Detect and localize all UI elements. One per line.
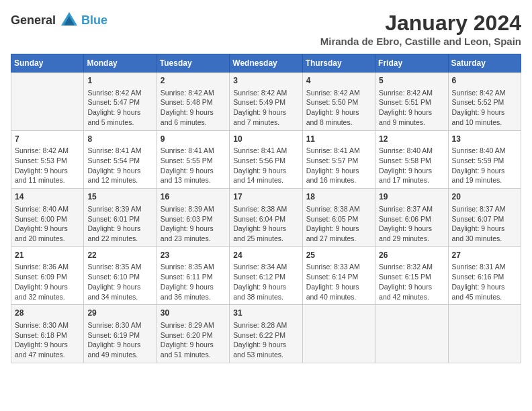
calendar-cell: 1Sunrise: 8:42 AMSunset: 5:47 PMDaylight… <box>84 73 157 131</box>
calendar-cell: 18Sunrise: 8:38 AMSunset: 6:05 PMDayligh… <box>302 189 375 247</box>
cell-text: Sunset: 5:58 PM <box>379 156 444 166</box>
calendar-cell: 23Sunrise: 8:35 AMSunset: 6:11 PMDayligh… <box>157 246 229 305</box>
day-number: 14 <box>15 191 80 203</box>
cell-text: Sunrise: 8:42 AM <box>306 88 371 98</box>
day-number: 8 <box>87 134 152 145</box>
cell-text: Sunset: 6:20 PM <box>161 330 226 340</box>
cell-text: Sunset: 6:19 PM <box>87 330 152 340</box>
calendar-cell: 16Sunrise: 8:39 AMSunset: 6:03 PMDayligh… <box>157 189 229 247</box>
cell-text: Sunset: 5:54 PM <box>87 156 152 166</box>
location-title: Miranda de Ebro, Castille and Leon, Spai… <box>320 36 521 47</box>
day-number: 25 <box>306 250 371 261</box>
cell-text: Sunset: 6:04 PM <box>233 214 298 224</box>
cell-text: Sunrise: 8:37 AM <box>379 204 444 214</box>
calendar-week-row: 1Sunrise: 8:42 AMSunset: 5:47 PMDaylight… <box>11 73 521 131</box>
day-number: 4 <box>306 75 371 87</box>
day-number: 18 <box>306 191 371 203</box>
day-number: 30 <box>161 308 226 319</box>
cell-text: Sunrise: 8:35 AM <box>87 262 152 272</box>
cell-text: Sunset: 6:10 PM <box>87 272 152 282</box>
day-number: 10 <box>233 134 298 145</box>
day-number: 12 <box>379 134 444 145</box>
cell-text: Sunrise: 8:39 AM <box>87 204 152 214</box>
logo-blue: Blue <box>81 13 107 28</box>
cell-text: Sunset: 5:52 PM <box>452 97 517 107</box>
calendar-week-row: 21Sunrise: 8:36 AMSunset: 6:09 PMDayligh… <box>11 246 521 305</box>
cell-text: Sunset: 5:47 PM <box>87 97 152 107</box>
cell-text: and 16 minutes. <box>306 175 371 185</box>
day-number: 1 <box>87 75 152 87</box>
cell-text: Sunrise: 8:30 AM <box>87 320 152 330</box>
calendar-cell: 13Sunrise: 8:40 AMSunset: 5:59 PMDayligh… <box>448 130 521 189</box>
cell-text: Sunrise: 8:31 AM <box>452 262 517 272</box>
column-header-saturday: Saturday <box>448 54 521 73</box>
cell-text: Sunrise: 8:34 AM <box>233 262 298 272</box>
calendar-cell: 3Sunrise: 8:42 AMSunset: 5:49 PMDaylight… <box>230 73 302 131</box>
page-header: General Blue January 2024 Miranda de Ebr… <box>11 11 521 47</box>
cell-text: and 6 minutes. <box>161 118 226 128</box>
cell-text: and 34 minutes. <box>87 292 152 302</box>
calendar-cell: 19Sunrise: 8:37 AMSunset: 6:06 PMDayligh… <box>375 189 448 247</box>
cell-text: Sunrise: 8:38 AM <box>306 204 371 214</box>
cell-text: and 27 minutes. <box>306 234 371 244</box>
cell-text: and 51 minutes. <box>161 350 226 360</box>
cell-text: and 49 minutes. <box>87 350 152 360</box>
column-header-sunday: Sunday <box>11 54 84 73</box>
day-number: 24 <box>233 250 298 261</box>
calendar-cell: 21Sunrise: 8:36 AMSunset: 6:09 PMDayligh… <box>11 246 84 305</box>
cell-text: and 29 minutes. <box>379 234 444 244</box>
cell-text: Daylight: 9 hours <box>161 107 226 118</box>
calendar-cell: 25Sunrise: 8:33 AMSunset: 6:14 PMDayligh… <box>302 246 375 305</box>
cell-text: and 20 minutes. <box>15 234 80 244</box>
calendar-week-row: 7Sunrise: 8:42 AMSunset: 5:53 PMDaylight… <box>11 130 521 189</box>
cell-text: Sunrise: 8:35 AM <box>161 262 226 272</box>
column-header-thursday: Thursday <box>302 54 375 73</box>
cell-text: Daylight: 9 hours <box>87 224 152 234</box>
month-title: January 2024 <box>320 11 521 36</box>
cell-text: Sunrise: 8:29 AM <box>161 320 226 330</box>
cell-text: Daylight: 9 hours <box>379 166 444 176</box>
cell-text: Sunset: 5:55 PM <box>161 156 226 166</box>
cell-text: Sunset: 6:09 PM <box>15 272 80 282</box>
cell-text: and 53 minutes. <box>233 350 298 360</box>
cell-text: Sunrise: 8:42 AM <box>87 88 152 98</box>
calendar-cell <box>448 305 521 363</box>
day-number: 29 <box>87 308 152 319</box>
calendar-cell: 29Sunrise: 8:30 AMSunset: 6:19 PMDayligh… <box>84 305 157 363</box>
cell-text: Sunset: 6:05 PM <box>306 214 371 224</box>
cell-text: Sunset: 5:50 PM <box>306 97 371 107</box>
cell-text: and 40 minutes. <box>306 292 371 302</box>
cell-text: Sunset: 6:00 PM <box>15 214 80 224</box>
cell-text: Sunrise: 8:37 AM <box>452 204 517 214</box>
cell-text: Sunset: 5:59 PM <box>452 156 517 166</box>
cell-text: Daylight: 9 hours <box>87 282 152 292</box>
cell-text: Sunrise: 8:30 AM <box>15 320 80 330</box>
cell-text: Sunrise: 8:33 AM <box>306 262 371 272</box>
calendar-cell <box>302 305 375 363</box>
day-number: 6 <box>452 75 517 87</box>
cell-text: and 30 minutes. <box>452 234 517 244</box>
cell-text: Daylight: 9 hours <box>161 166 226 176</box>
cell-text: Sunset: 5:57 PM <box>306 156 371 166</box>
cell-text: and 45 minutes. <box>452 292 517 302</box>
cell-text: Daylight: 9 hours <box>233 340 298 350</box>
cell-text: Daylight: 9 hours <box>87 166 152 176</box>
calendar-cell: 9Sunrise: 8:41 AMSunset: 5:55 PMDaylight… <box>157 130 229 189</box>
logo: General Blue <box>11 11 107 30</box>
cell-text: and 22 minutes. <box>87 234 152 244</box>
calendar-cell: 5Sunrise: 8:42 AMSunset: 5:51 PMDaylight… <box>375 73 448 131</box>
cell-text: Sunrise: 8:41 AM <box>233 146 298 156</box>
cell-text: Sunrise: 8:38 AM <box>233 204 298 214</box>
day-number: 5 <box>379 75 444 87</box>
cell-text: Daylight: 9 hours <box>379 282 444 292</box>
cell-text: Daylight: 9 hours <box>15 282 80 292</box>
calendar-cell: 10Sunrise: 8:41 AMSunset: 5:56 PMDayligh… <box>230 130 302 189</box>
cell-text: Sunrise: 8:39 AM <box>161 204 226 214</box>
cell-text: Daylight: 9 hours <box>233 166 298 176</box>
calendar-cell: 2Sunrise: 8:42 AMSunset: 5:48 PMDaylight… <box>157 73 229 131</box>
cell-text: Sunrise: 8:42 AM <box>233 88 298 98</box>
cell-text: Sunset: 6:06 PM <box>379 214 444 224</box>
cell-text: Sunrise: 8:32 AM <box>379 262 444 272</box>
cell-text: and 13 minutes. <box>161 175 226 185</box>
calendar-cell: 11Sunrise: 8:41 AMSunset: 5:57 PMDayligh… <box>302 130 375 189</box>
